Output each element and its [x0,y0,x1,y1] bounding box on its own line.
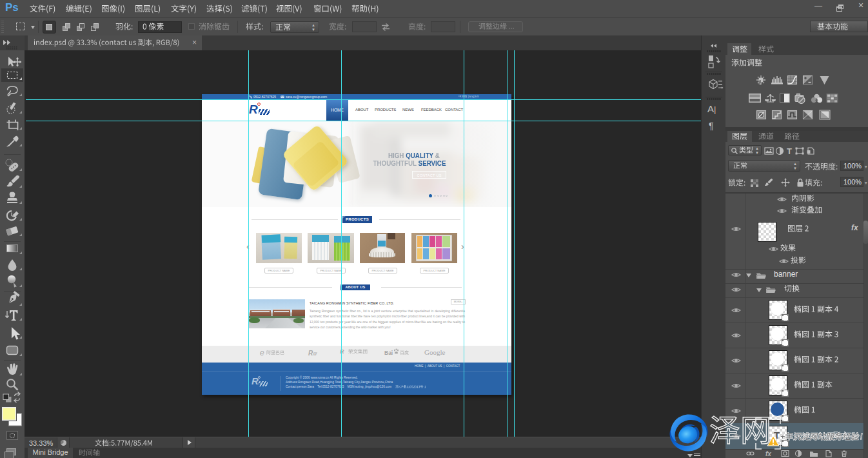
svg-text:fx: fx [765,450,771,457]
svg-text:T: T [787,146,792,156]
